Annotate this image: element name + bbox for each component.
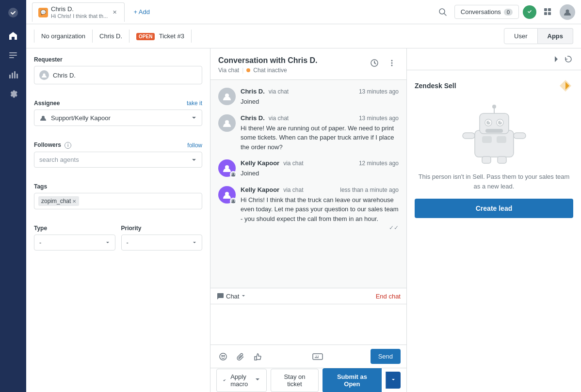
grid-view-button[interactable] — [540, 4, 556, 20]
page-content: No organization Chris D. OPEN Ticket #3 … — [26, 24, 581, 392]
zendesk-sell-title: Zendesk Sell — [415, 82, 456, 90]
end-chat-button[interactable]: End chat — [376, 293, 401, 300]
create-lead-button[interactable]: Create lead — [415, 199, 573, 218]
message-1-avatar — [218, 88, 236, 105]
stay-on-ticket-button[interactable]: Stay on ticket — [271, 369, 319, 392]
apply-macro-button[interactable]: Apply macro — [216, 369, 267, 392]
take-it-link[interactable]: take it — [187, 100, 202, 107]
follow-link[interactable]: follow — [187, 142, 202, 149]
svg-point-41 — [488, 121, 490, 123]
zendesk-sell-header: Zendesk Sell — [415, 78, 573, 94]
requester-input[interactable]: Chris D. — [34, 66, 202, 84]
conversations-button[interactable]: Conversations 0 — [454, 5, 519, 19]
status-indicator — [523, 5, 536, 19]
conversation-header: Conversation with Chris D. Via chat | Ch… — [210, 48, 406, 80]
breadcrumb-bar: No organization Chris D. OPEN Ticket #3 … — [26, 24, 581, 48]
tags-section: Tags zopim_chat ✕ — [34, 183, 202, 209]
type-section: Type - — [34, 225, 115, 251]
nav-home-icon[interactable] — [4, 27, 22, 45]
svg-rect-44 — [482, 136, 492, 143]
tag-remove-button[interactable]: ✕ — [72, 199, 76, 204]
svg-rect-1 — [9, 52, 17, 53]
chat-actions: Send — [210, 345, 406, 368]
robot-illustration — [415, 101, 573, 164]
svg-point-36 — [492, 105, 496, 109]
thumbsup-icon-button[interactable] — [251, 350, 265, 363]
refresh-button[interactable] — [562, 52, 575, 66]
priority-select[interactable]: - — [121, 235, 203, 251]
type-select[interactable]: - — [34, 235, 115, 251]
svg-point-29 — [224, 355, 225, 356]
svg-rect-7 — [16, 74, 18, 78]
emoji-icon-button[interactable] — [216, 350, 230, 363]
collapse-button[interactable] — [548, 52, 562, 66]
info-icon: i — [65, 142, 71, 149]
user-tab-button[interactable]: User — [504, 28, 537, 44]
attachment-icon-button[interactable] — [234, 350, 247, 363]
nav-tickets-icon[interactable] — [4, 47, 22, 64]
svg-line-9 — [444, 14, 446, 16]
svg-rect-45 — [497, 136, 506, 143]
chat-mode-selector[interactable]: Chat — [216, 292, 246, 300]
breadcrumb-no-org[interactable]: No organization — [34, 30, 93, 43]
followers-header: Followers i follow — [34, 141, 202, 149]
message-3-time: 12 minutes ago — [359, 160, 399, 167]
history-icon-button[interactable] — [368, 56, 381, 70]
breadcrumb-requester[interactable]: Chris D. — [93, 30, 129, 43]
svg-point-8 — [439, 9, 445, 14]
svg-rect-10 — [544, 8, 547, 11]
requester-avatar — [39, 70, 49, 80]
message-3-content: Kelly Kapoor via chat 12 minutes ago Joi… — [241, 159, 399, 178]
right-panel-content: Zendesk Sell — [407, 70, 581, 226]
svg-rect-4 — [9, 75, 11, 78]
nav-chart-icon[interactable] — [4, 66, 22, 83]
chat-text-input[interactable] — [210, 304, 406, 343]
submit-dropdown-button[interactable] — [386, 372, 401, 389]
submit-button[interactable]: Submit as Open — [323, 368, 382, 392]
assignee-select[interactable]: Support/Kelly Kapoor — [34, 110, 202, 126]
message-4-avatar — [218, 186, 236, 204]
chat-input-area: Chat End chat — [210, 288, 406, 368]
apps-tab-button[interactable]: Apps — [538, 28, 574, 44]
message-3-via: via chat — [283, 160, 303, 167]
active-tab[interactable]: 💬 Chris D. Hi Chris! I think that th... … — [32, 2, 125, 22]
open-badge: OPEN — [136, 33, 155, 40]
tags-container[interactable]: zopim_chat ✕ — [34, 193, 202, 209]
requester-section: Requester Chris D. — [34, 56, 202, 84]
message-2-content: Chris D. via chat 13 minutes ago Hi ther… — [241, 114, 399, 152]
bottom-bar: Apply macro Stay on ticket Submit as Ope… — [210, 368, 406, 392]
more-options-icon-button[interactable] — [385, 56, 399, 70]
type-priority-row: Type - Priority - — [34, 225, 202, 251]
assignee-label: Assignee — [34, 100, 60, 107]
search-agents-input[interactable]: search agents — [34, 152, 202, 168]
priority-label: Priority — [121, 225, 203, 232]
user-avatar-button[interactable] — [560, 4, 575, 20]
sell-logo-icon — [558, 78, 573, 94]
tab-close-button[interactable]: ✕ — [111, 9, 118, 16]
message-4-sender: Kelly Kapoor — [241, 186, 279, 193]
message-2-avatar — [218, 114, 236, 132]
search-button[interactable] — [435, 4, 451, 20]
message-4-content: Kelly Kapoor via chat less than a minute… — [241, 186, 399, 232]
message-3-header: Kelly Kapoor via chat 12 minutes ago — [241, 159, 399, 167]
breadcrumb-ticket[interactable]: OPEN Ticket #3 — [129, 30, 192, 43]
agent-overlay-4 — [230, 198, 237, 204]
three-column-layout: Requester Chris D. Assignee take it — [26, 48, 581, 392]
svg-rect-12 — [544, 12, 547, 15]
nav-settings-icon[interactable] — [4, 85, 22, 103]
svg-rect-2 — [9, 55, 17, 56]
conversation-header-icons — [368, 56, 399, 70]
add-tab-button[interactable]: + Add — [129, 5, 155, 18]
priority-section: Priority - — [121, 225, 203, 251]
message-1: Chris D. via chat 13 minutes ago Joined — [218, 88, 399, 107]
agent-overlay-3 — [230, 171, 237, 178]
shortcuts-icon-button[interactable] — [311, 350, 324, 363]
message-4-time: less than a minute ago — [340, 187, 399, 193]
conversation-subtitle: Via chat | Chat inactive — [218, 67, 368, 74]
send-button[interactable]: Send — [371, 349, 401, 364]
message-1-sender: Chris D. — [241, 88, 265, 95]
left-navigation — [0, 0, 26, 392]
right-panel: Zendesk Sell — [406, 48, 581, 392]
top-bar-right: Conversations 0 — [435, 4, 575, 20]
svg-point-18 — [391, 60, 393, 62]
